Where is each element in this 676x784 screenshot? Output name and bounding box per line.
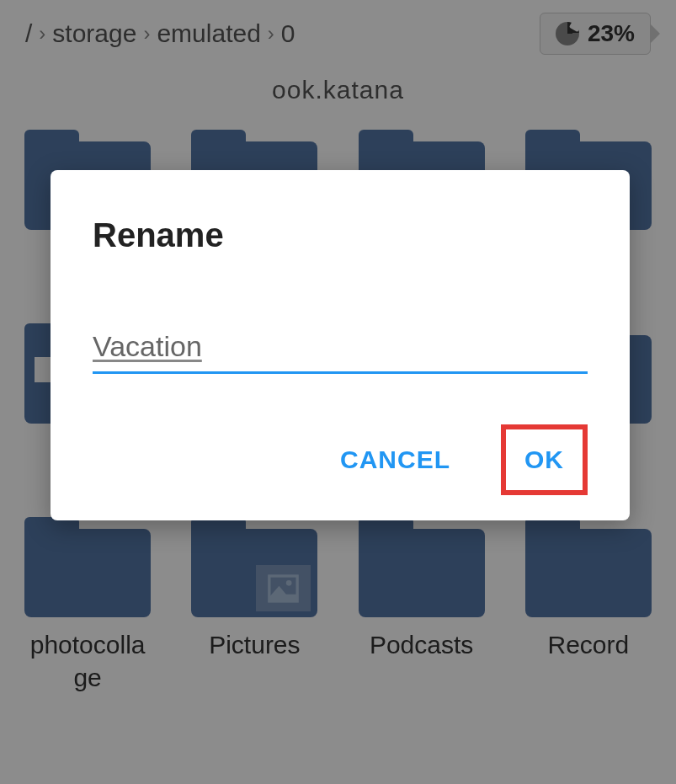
rename-dialog: Rename CANCEL OK [51, 170, 630, 520]
cancel-button[interactable]: CANCEL [323, 433, 467, 487]
rename-input[interactable] [93, 322, 588, 374]
dialog-button-row: CANCEL OK [93, 424, 588, 495]
dialog-title: Rename [93, 216, 588, 254]
ok-button[interactable]: OK [509, 433, 579, 487]
ok-button-highlight: OK [501, 424, 588, 495]
